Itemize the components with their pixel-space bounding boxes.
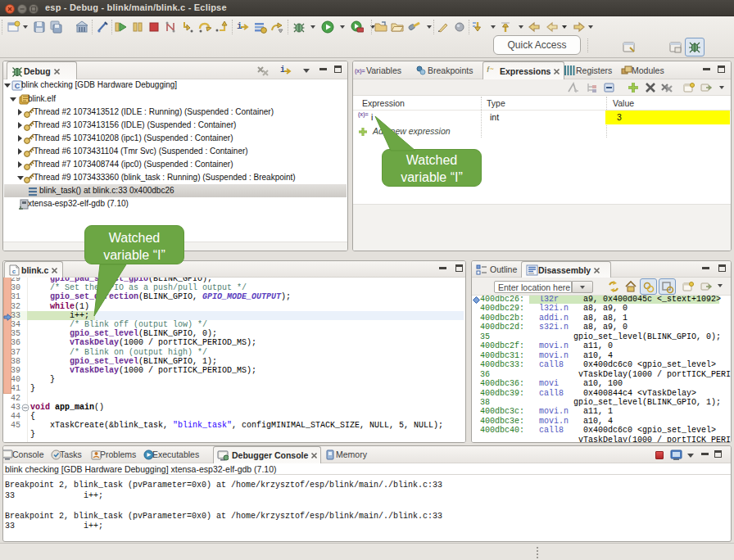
svg-text:C: C [15,82,20,90]
svg-text:c: c [12,268,16,275]
